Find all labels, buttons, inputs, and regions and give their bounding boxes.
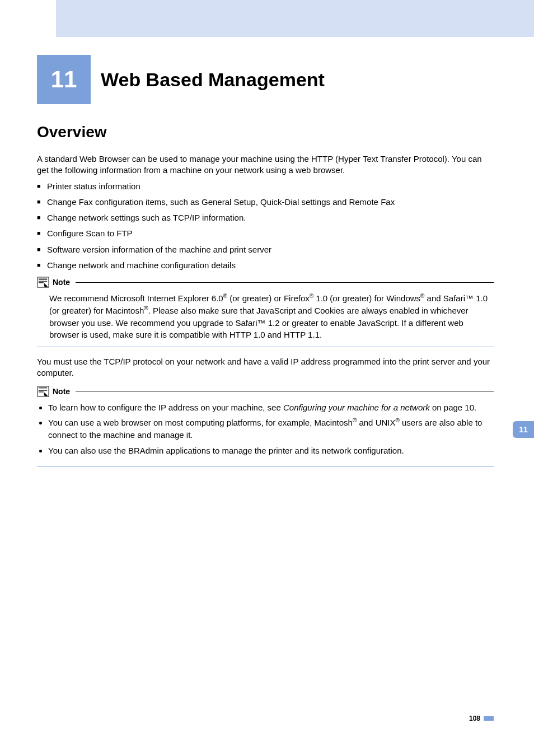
- note-header: Note: [37, 277, 494, 288]
- note-header: Note: [37, 386, 494, 397]
- note-list-item: To learn how to configure the IP address…: [48, 402, 494, 414]
- note-icon: [37, 277, 49, 288]
- list-item: Software version information of the mach…: [37, 244, 494, 255]
- chapter-header: 11 Web Based Management: [37, 55, 497, 104]
- side-tab: 11: [513, 421, 534, 438]
- top-banner: [0, 0, 534, 37]
- note-body-1: We recommend Microsoft Internet Explorer…: [37, 292, 494, 347]
- feature-list: Printer status information Change Fax co…: [37, 181, 494, 272]
- list-item: Change network settings such as TCP/IP i…: [37, 212, 494, 223]
- svg-rect-1: [38, 386, 49, 396]
- note-rule: [76, 282, 494, 283]
- list-item: Change network and machine configuration…: [37, 260, 494, 271]
- chapter-title: Web Based Management: [101, 69, 325, 91]
- note-icon: [37, 386, 49, 397]
- note-body-2: To learn how to configure the IP address…: [37, 402, 494, 466]
- list-item: Change Fax configuration items, such as …: [37, 197, 494, 208]
- list-item: Configure Scan to FTP: [37, 228, 494, 239]
- note-rule: [76, 391, 494, 391]
- chapter-number: 11: [51, 66, 77, 93]
- page-footer: 108: [469, 715, 494, 722]
- intro-paragraph: A standard Web Browser can be used to ma…: [37, 153, 494, 176]
- note-block-1: Note We recommend Microsoft Internet Exp…: [37, 277, 494, 347]
- svg-rect-0: [38, 277, 49, 287]
- section-heading: Overview: [37, 123, 494, 141]
- note-block-2: Note To learn how to configure the IP ad…: [37, 386, 494, 466]
- page-number: 108: [469, 715, 480, 722]
- list-item: Printer status information: [37, 181, 494, 192]
- note-label: Note: [53, 278, 70, 287]
- chapter-number-box: 11: [37, 55, 91, 104]
- top-left-white-block: [0, 0, 56, 37]
- note-list-item: You can also use the BRAdmin application…: [48, 445, 494, 457]
- content-area: Overview A standard Web Browser can be u…: [37, 123, 494, 475]
- page-mark: [484, 716, 494, 721]
- mid-paragraph: You must use the TCP/IP protocol on your…: [37, 356, 494, 379]
- side-tab-number: 11: [519, 425, 528, 434]
- note-label: Note: [53, 387, 70, 396]
- note-list-item: You can use a web browser on most comput…: [48, 417, 494, 441]
